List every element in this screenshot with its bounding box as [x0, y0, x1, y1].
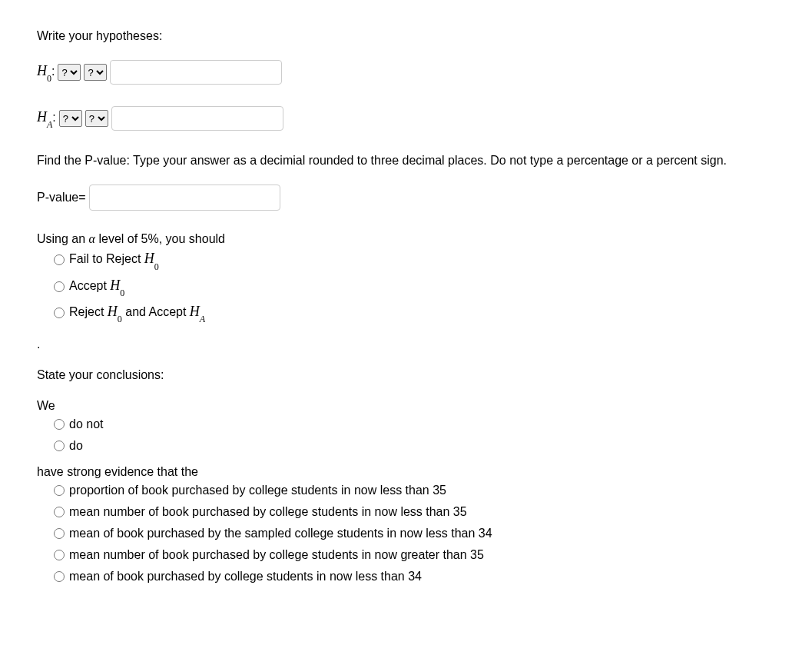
alpha-option-1: Fail to Reject H0 [54, 251, 775, 269]
h0-value-input[interactable] [110, 60, 282, 85]
ha-sym: H [37, 109, 47, 125]
h0-sym: H [37, 63, 47, 78]
alpha-opt3-sub: 0 [118, 314, 122, 324]
evidence-options: proportion of book purchased by college … [54, 484, 775, 584]
we-option-2-label: do [69, 439, 83, 453]
evidence-option-3: mean of book purchased by the sampled co… [54, 527, 775, 540]
h0-select-1[interactable]: ? [58, 64, 81, 81]
alpha-opt1-sym: H [144, 251, 154, 266]
alpha-opt2-sub: 0 [120, 288, 124, 298]
h0-select-2[interactable]: ? [84, 64, 107, 81]
evidence-option-1: proportion of book purchased by college … [54, 484, 775, 497]
evidence-option-4-label: mean number of book purchased by college… [69, 548, 484, 562]
alpha-opt1-sub: 0 [154, 261, 159, 272]
alpha-option-2-label: Accept H0 [69, 278, 124, 296]
h0-label: H0: [37, 63, 55, 81]
we-label: We [37, 399, 775, 413]
alpha-middle: level of [95, 232, 141, 245]
alpha-option-1-label: Fail to Reject H0 [69, 251, 159, 269]
alpha-option-3-label: Reject H0 and Accept HA [69, 304, 205, 322]
ha-value-input[interactable] [111, 106, 283, 131]
pvalue-label: P-value= [37, 191, 86, 204]
h0-sub: 0 [47, 73, 51, 84]
evidence-label: have strong evidence that the [37, 465, 775, 479]
we-radio-2[interactable] [54, 441, 65, 451]
alpha-opt2-sym: H [110, 278, 120, 293]
ha-row: HA: ? ? [37, 106, 775, 131]
ha-colon: : [52, 111, 55, 124]
evidence-option-2: mean number of book purchased by college… [54, 505, 775, 519]
we-option-1: do not [54, 417, 775, 431]
pvalue-row: P-value= [37, 185, 775, 211]
alpha-question: Using an α level of 5%, you should [37, 232, 775, 246]
alpha-symbol: α [89, 232, 95, 245]
evidence-radio-2[interactable] [54, 507, 65, 517]
evidence-option-1-label: proportion of book purchased by college … [69, 484, 446, 497]
evidence-radio-1[interactable] [54, 485, 65, 496]
alpha-opt3-mid: and Accept [122, 305, 190, 318]
we-radio-1[interactable] [54, 419, 65, 430]
alpha-suffix: , you should [159, 232, 225, 245]
evidence-radio-4[interactable] [54, 550, 65, 560]
alpha-opt1-prefix: Fail to Reject [69, 252, 144, 265]
alpha-percent: 5% [141, 232, 159, 245]
pvalue-instruction: Find the P-value: Type your answer as a … [37, 152, 775, 169]
evidence-option-4: mean number of book purchased by college… [54, 548, 775, 562]
ha-label: HA: [37, 109, 56, 128]
alpha-radio-3[interactable] [54, 308, 65, 318]
ha-sub: A [47, 119, 52, 130]
alpha-opt3-sym2: H [190, 304, 200, 319]
alpha-radio-2[interactable] [54, 281, 65, 292]
alpha-opt3-sym: H [108, 304, 118, 319]
alpha-prefix: Using an [37, 232, 89, 245]
ha-select-2[interactable]: ? [85, 110, 108, 127]
alpha-option-3: Reject H0 and Accept HA [54, 304, 775, 322]
conclusions-heading: State your conclusions: [37, 368, 775, 382]
evidence-radio-3[interactable] [54, 528, 65, 539]
h0-row: H0: ? ? [37, 60, 775, 85]
hypotheses-heading: Write your hypotheses: [37, 29, 775, 43]
h0-colon: : [51, 65, 55, 78]
we-options: do not do [54, 417, 775, 453]
alpha-option-2: Accept H0 [54, 278, 775, 296]
ha-select-1[interactable]: ? [59, 110, 82, 127]
alpha-options: Fail to Reject H0 Accept H0 Reject H0 an… [54, 251, 775, 322]
evidence-option-5-label: mean of book purchased by college studen… [69, 570, 422, 584]
evidence-option-5: mean of book purchased by college studen… [54, 570, 775, 584]
pvalue-input[interactable] [89, 185, 280, 211]
evidence-radio-5[interactable] [54, 571, 65, 582]
alpha-radio-1[interactable] [54, 254, 65, 265]
we-option-2: do [54, 439, 775, 453]
separator-dot: . [37, 337, 775, 351]
alpha-opt3-prefix: Reject [69, 305, 108, 318]
evidence-option-2-label: mean number of book purchased by college… [69, 505, 467, 519]
alpha-opt3-sub2: A [200, 314, 205, 324]
alpha-opt2-prefix: Accept [69, 279, 110, 292]
we-option-1-label: do not [69, 417, 103, 431]
evidence-option-3-label: mean of book purchased by the sampled co… [69, 527, 492, 540]
